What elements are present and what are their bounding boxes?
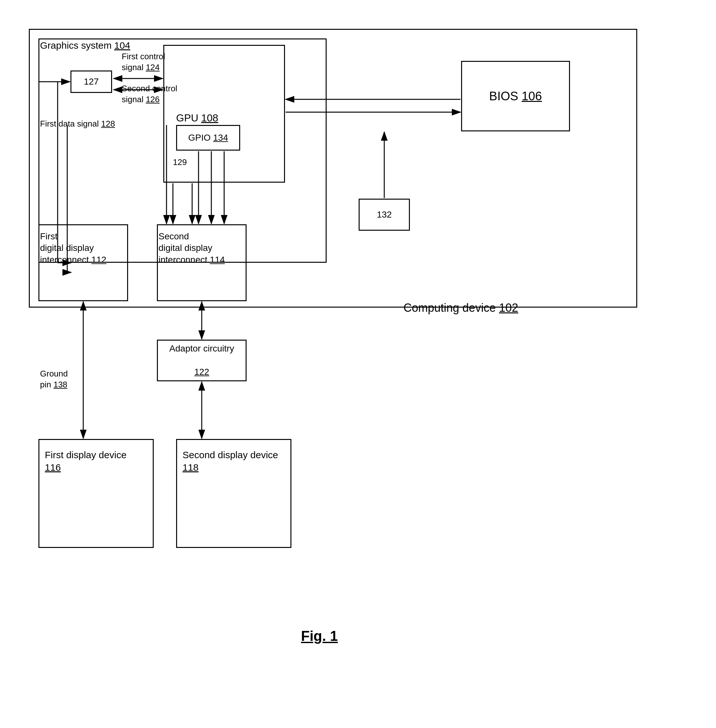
gpio-box: GPIO 134 — [176, 125, 240, 150]
fig-label: Fig. 1 — [301, 628, 338, 644]
second-display-device-label: Second display device118 — [182, 448, 278, 474]
adaptor-circuitry-box: Adaptor circuitry122 — [157, 340, 247, 381]
gpu-label: GPU 108 — [176, 112, 218, 124]
first-data-signal-label: First data signal 128 — [40, 119, 115, 129]
bios-box: BIOS 106 — [461, 61, 570, 131]
fddi-label: Firstdigital displayinterconnect 112 — [40, 231, 106, 266]
path129-label: 129 — [173, 157, 187, 168]
comp132-box: 132 — [359, 199, 410, 231]
second-control-signal-label: Second controlsignal 126 — [122, 83, 177, 105]
computing-device-label: Computing device 102 — [404, 301, 518, 315]
first-display-device-label: First display device116 — [45, 448, 126, 474]
ground-pin-label: Groundpin 138 — [40, 368, 68, 390]
graphics-system-label: Graphics system 104 — [40, 40, 130, 51]
first-control-signal-label: First controlsignal 124 — [122, 51, 165, 73]
sddi-label: Seconddigital displayinterconnect 114 — [159, 231, 225, 266]
reg127-box: 127 — [70, 70, 112, 93]
